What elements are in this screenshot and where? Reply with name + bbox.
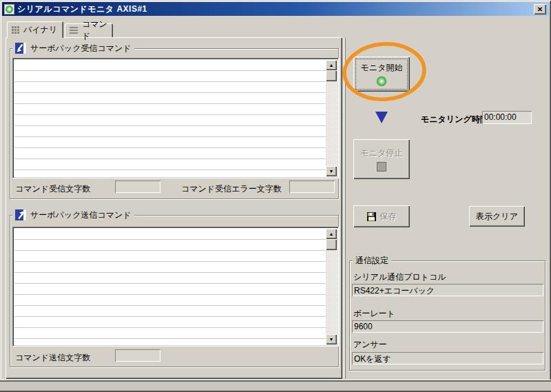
comm-settings-title: 通信設定 (355, 255, 388, 267)
send-count-field (115, 349, 160, 362)
comm-settings-legend: 通信設定 (353, 256, 391, 265)
receive-group-title: サーボパック受信コマンド (30, 43, 132, 54)
baud-rate-label: ボーレート (353, 308, 395, 320)
baud-rate-field: 9600 (352, 320, 543, 333)
save-icon (367, 212, 376, 221)
protocol-label: シリアル通信プロトコル (353, 271, 446, 283)
receive-icon (15, 43, 26, 54)
close-button[interactable]: ✕ (534, 4, 546, 14)
window-title: シリアルコマンドモニタ AXIS#1 (17, 3, 531, 15)
answer-field: OKを返す (352, 352, 543, 364)
save-label: 保存 (380, 211, 397, 223)
scroll-down-icon: ▼ (329, 337, 334, 342)
scroll-up-button[interactable]: ▲ (326, 60, 337, 70)
tab-command[interactable]: コマンド (65, 23, 113, 37)
dialog-window: シリアルコマンドモニタ AXIS#1 ✕ バイナリ コマンド サーボパック受信コ… (0, 0, 551, 392)
scroll-thumb[interactable] (326, 70, 337, 81)
save-button[interactable]: 保存 (353, 205, 410, 227)
stop-icon (377, 162, 386, 172)
scroll-up-button[interactable]: ▲ (326, 229, 337, 239)
send-list-scrollbar[interactable]: ▲ ▼ (326, 229, 337, 344)
monitoring-time-field: 00:00:00 (482, 111, 532, 124)
receive-count-field (115, 180, 160, 193)
monitor-start-button[interactable]: モニタ開始 (353, 56, 410, 92)
send-group-title: サーボパック送信コマンド (30, 209, 132, 221)
scroll-down-button[interactable]: ▼ (326, 166, 337, 176)
send-count-label: コマンド送信文字数 (15, 352, 90, 364)
protocol-field: RS422+エコーバック (352, 284, 543, 296)
tab-binary[interactable]: バイナリ (7, 21, 63, 38)
send-group-legend: サーボパック送信コマンド (12, 209, 134, 221)
monitor-stop-label: モニタ停止 (361, 147, 403, 159)
app-icon (4, 4, 14, 14)
monitor-start-label: モニタ開始 (361, 62, 403, 74)
start-icon (377, 76, 386, 86)
tab-binary-label: バイナリ (23, 24, 57, 36)
monitor-stop-button[interactable]: モニタ停止 (353, 139, 410, 179)
receive-error-count-field (289, 180, 335, 193)
close-icon: ✕ (537, 6, 543, 13)
display-clear-button[interactable]: 表示クリア (469, 206, 525, 227)
scroll-up-icon: ▲ (329, 231, 334, 236)
receive-count-label: コマンド受信文字数 (15, 183, 90, 195)
window-bottom-frame (0, 380, 551, 392)
down-triangle-icon (375, 112, 388, 123)
answer-label: アンサー (353, 339, 387, 351)
scroll-thumb[interactable] (326, 239, 337, 250)
receive-group-legend: サーボパック受信コマンド (12, 42, 134, 54)
receive-list-rows (14, 60, 326, 176)
scroll-up-icon: ▲ (329, 63, 334, 68)
panel-divider (344, 38, 346, 379)
title-bar: シリアルコマンドモニタ AXIS#1 ✕ (2, 2, 549, 16)
send-icon (15, 209, 26, 220)
scroll-down-button[interactable]: ▼ (326, 334, 337, 344)
send-command-list[interactable]: ▲ ▼ (12, 227, 339, 347)
scroll-down-icon: ▼ (329, 169, 334, 174)
tab-command-label: コマンド (82, 19, 108, 42)
grid-icon (12, 26, 19, 34)
list-icon (70, 27, 78, 34)
receive-error-count-label: コマンド受信エラー文字数 (181, 183, 282, 195)
display-clear-label: 表示クリア (476, 211, 518, 223)
monitoring-time-label: モニタリング時間 (421, 114, 488, 125)
receive-command-list[interactable]: ▲ ▼ (12, 58, 339, 178)
send-list-rows (14, 229, 326, 344)
receive-list-scrollbar[interactable]: ▲ ▼ (326, 60, 337, 176)
